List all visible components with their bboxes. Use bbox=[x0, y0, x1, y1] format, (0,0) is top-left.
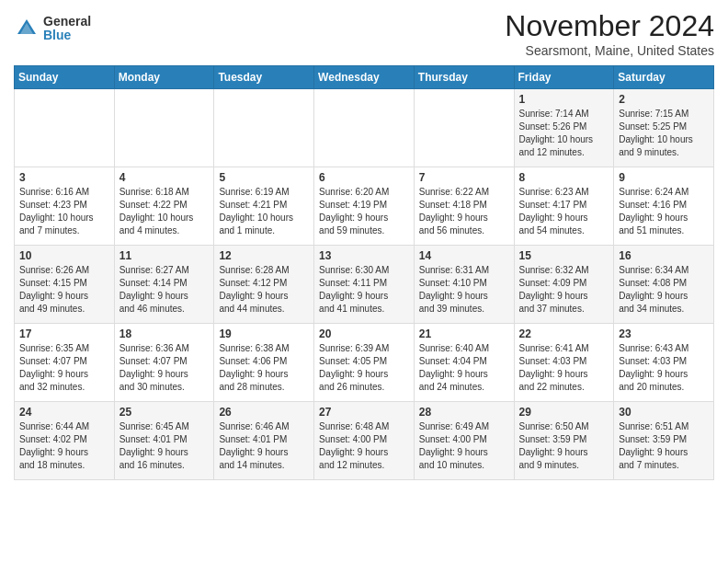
calendar-day-cell: 3Sunrise: 6:16 AM Sunset: 4:23 PM Daylig… bbox=[15, 167, 115, 246]
day-info: Sunrise: 6:16 AM Sunset: 4:23 PM Dayligh… bbox=[19, 186, 109, 237]
calendar-day-cell: 7Sunrise: 6:22 AM Sunset: 4:18 PM Daylig… bbox=[414, 167, 514, 246]
location-subtitle: Searsmont, Maine, United States bbox=[505, 43, 714, 58]
day-number: 19 bbox=[219, 327, 309, 340]
calendar-day-cell: 5Sunrise: 6:19 AM Sunset: 4:21 PM Daylig… bbox=[214, 167, 314, 246]
day-number: 13 bbox=[319, 249, 409, 262]
day-number: 30 bbox=[619, 406, 709, 419]
day-info: Sunrise: 6:49 AM Sunset: 4:00 PM Dayligh… bbox=[419, 420, 509, 472]
day-info: Sunrise: 6:40 AM Sunset: 4:04 PM Dayligh… bbox=[419, 342, 509, 394]
day-number: 10 bbox=[19, 249, 109, 262]
day-number: 14 bbox=[419, 249, 509, 262]
weekday-header: Tuesday bbox=[214, 66, 314, 89]
weekday-header: Friday bbox=[514, 66, 614, 89]
weekday-header: Saturday bbox=[614, 66, 714, 89]
logo-icon bbox=[14, 16, 40, 41]
day-number: 8 bbox=[519, 171, 609, 184]
day-info: Sunrise: 6:51 AM Sunset: 3:59 PM Dayligh… bbox=[619, 420, 709, 472]
day-info: Sunrise: 6:18 AM Sunset: 4:22 PM Dayligh… bbox=[119, 186, 210, 237]
day-number: 9 bbox=[619, 171, 709, 184]
day-info: Sunrise: 6:31 AM Sunset: 4:10 PM Dayligh… bbox=[419, 264, 509, 316]
day-info: Sunrise: 6:19 AM Sunset: 4:21 PM Dayligh… bbox=[219, 186, 309, 237]
logo-blue: Blue bbox=[43, 29, 91, 42]
calendar-day-cell bbox=[114, 89, 214, 167]
calendar-day-cell: 20Sunrise: 6:39 AM Sunset: 4:05 PM Dayli… bbox=[314, 324, 415, 402]
day-info: Sunrise: 6:43 AM Sunset: 4:03 PM Dayligh… bbox=[619, 342, 709, 394]
calendar-day-cell: 30Sunrise: 6:51 AM Sunset: 3:59 PM Dayli… bbox=[614, 402, 714, 480]
calendar-day-cell: 1Sunrise: 7:14 AM Sunset: 5:26 PM Daylig… bbox=[514, 89, 614, 167]
day-number: 4 bbox=[119, 171, 210, 184]
day-number: 29 bbox=[519, 406, 609, 419]
calendar-day-cell bbox=[314, 89, 415, 167]
day-number: 24 bbox=[19, 406, 109, 419]
day-info: Sunrise: 6:50 AM Sunset: 3:59 PM Dayligh… bbox=[519, 420, 609, 472]
day-info: Sunrise: 6:20 AM Sunset: 4:19 PM Dayligh… bbox=[319, 186, 409, 237]
weekday-header: Sunday bbox=[15, 66, 115, 89]
day-number: 6 bbox=[319, 171, 409, 184]
day-info: Sunrise: 6:27 AM Sunset: 4:14 PM Dayligh… bbox=[119, 264, 210, 316]
day-info: Sunrise: 6:44 AM Sunset: 4:02 PM Dayligh… bbox=[19, 420, 109, 472]
calendar-day-cell: 10Sunrise: 6:26 AM Sunset: 4:15 PM Dayli… bbox=[15, 246, 115, 324]
calendar-day-cell: 16Sunrise: 6:34 AM Sunset: 4:08 PM Dayli… bbox=[614, 246, 714, 324]
day-number: 15 bbox=[519, 249, 609, 262]
day-number: 22 bbox=[519, 327, 609, 340]
day-info: Sunrise: 7:15 AM Sunset: 5:25 PM Dayligh… bbox=[619, 108, 709, 159]
calendar-day-cell: 19Sunrise: 6:38 AM Sunset: 4:06 PM Dayli… bbox=[214, 324, 314, 402]
day-info: Sunrise: 6:39 AM Sunset: 4:05 PM Dayligh… bbox=[319, 342, 409, 394]
day-info: Sunrise: 6:23 AM Sunset: 4:17 PM Dayligh… bbox=[519, 186, 609, 237]
calendar-day-cell: 28Sunrise: 6:49 AM Sunset: 4:00 PM Dayli… bbox=[414, 402, 514, 480]
calendar-day-cell: 21Sunrise: 6:40 AM Sunset: 4:04 PM Dayli… bbox=[414, 324, 514, 402]
calendar-day-cell: 18Sunrise: 6:36 AM Sunset: 4:07 PM Dayli… bbox=[114, 324, 214, 402]
day-info: Sunrise: 6:26 AM Sunset: 4:15 PM Dayligh… bbox=[19, 264, 109, 316]
title-block: November 2024 Searsmont, Maine, United S… bbox=[505, 9, 714, 58]
day-number: 25 bbox=[119, 406, 210, 419]
calendar-day-cell: 22Sunrise: 6:41 AM Sunset: 4:03 PM Dayli… bbox=[514, 324, 614, 402]
day-number: 5 bbox=[219, 171, 309, 184]
day-number: 3 bbox=[19, 171, 109, 184]
day-info: Sunrise: 6:28 AM Sunset: 4:12 PM Dayligh… bbox=[219, 264, 309, 316]
calendar-day-cell: 15Sunrise: 6:32 AM Sunset: 4:09 PM Dayli… bbox=[514, 246, 614, 324]
calendar-day-cell: 17Sunrise: 6:35 AM Sunset: 4:07 PM Dayli… bbox=[15, 324, 115, 402]
calendar-day-cell bbox=[414, 89, 514, 167]
calendar-day-cell: 6Sunrise: 6:20 AM Sunset: 4:19 PM Daylig… bbox=[314, 167, 415, 246]
calendar-day-cell: 23Sunrise: 6:43 AM Sunset: 4:03 PM Dayli… bbox=[614, 324, 714, 402]
day-info: Sunrise: 6:35 AM Sunset: 4:07 PM Dayligh… bbox=[19, 342, 109, 394]
calendar-day-cell: 2Sunrise: 7:15 AM Sunset: 5:25 PM Daylig… bbox=[614, 89, 714, 167]
month-year-title: November 2024 bbox=[505, 9, 714, 43]
day-info: Sunrise: 6:24 AM Sunset: 4:16 PM Dayligh… bbox=[619, 186, 709, 237]
calendar-day-cell: 14Sunrise: 6:31 AM Sunset: 4:10 PM Dayli… bbox=[414, 246, 514, 324]
calendar-table: SundayMondayTuesdayWednesdayThursdayFrid… bbox=[14, 65, 714, 480]
day-number: 16 bbox=[619, 249, 709, 262]
day-number: 28 bbox=[419, 406, 509, 419]
calendar-day-cell: 12Sunrise: 6:28 AM Sunset: 4:12 PM Dayli… bbox=[214, 246, 314, 324]
day-number: 17 bbox=[19, 327, 109, 340]
day-info: Sunrise: 6:46 AM Sunset: 4:01 PM Dayligh… bbox=[219, 420, 309, 472]
calendar-day-cell: 8Sunrise: 6:23 AM Sunset: 4:17 PM Daylig… bbox=[514, 167, 614, 246]
day-number: 26 bbox=[219, 406, 309, 419]
day-number: 23 bbox=[619, 327, 709, 340]
day-info: Sunrise: 6:48 AM Sunset: 4:00 PM Dayligh… bbox=[319, 420, 409, 472]
calendar-week-row: 24Sunrise: 6:44 AM Sunset: 4:02 PM Dayli… bbox=[15, 402, 714, 480]
calendar-day-cell: 11Sunrise: 6:27 AM Sunset: 4:14 PM Dayli… bbox=[114, 246, 214, 324]
day-info: Sunrise: 6:41 AM Sunset: 4:03 PM Dayligh… bbox=[519, 342, 609, 394]
calendar-day-cell: 9Sunrise: 6:24 AM Sunset: 4:16 PM Daylig… bbox=[614, 167, 714, 246]
day-info: Sunrise: 6:34 AM Sunset: 4:08 PM Dayligh… bbox=[619, 264, 709, 316]
day-number: 20 bbox=[319, 327, 409, 340]
calendar-day-cell: 26Sunrise: 6:46 AM Sunset: 4:01 PM Dayli… bbox=[214, 402, 314, 480]
day-info: Sunrise: 6:36 AM Sunset: 4:07 PM Dayligh… bbox=[119, 342, 210, 394]
day-info: Sunrise: 6:32 AM Sunset: 4:09 PM Dayligh… bbox=[519, 264, 609, 316]
day-number: 11 bbox=[119, 249, 210, 262]
calendar-day-cell bbox=[214, 89, 314, 167]
day-info: Sunrise: 6:38 AM Sunset: 4:06 PM Dayligh… bbox=[219, 342, 309, 394]
day-number: 2 bbox=[619, 93, 709, 106]
calendar-day-cell: 25Sunrise: 6:45 AM Sunset: 4:01 PM Dayli… bbox=[114, 402, 214, 480]
calendar-week-row: 1Sunrise: 7:14 AM Sunset: 5:26 PM Daylig… bbox=[15, 89, 714, 167]
day-info: Sunrise: 6:30 AM Sunset: 4:11 PM Dayligh… bbox=[319, 264, 409, 316]
calendar-day-cell: 13Sunrise: 6:30 AM Sunset: 4:11 PM Dayli… bbox=[314, 246, 415, 324]
calendar-week-row: 17Sunrise: 6:35 AM Sunset: 4:07 PM Dayli… bbox=[15, 324, 714, 402]
day-info: Sunrise: 6:22 AM Sunset: 4:18 PM Dayligh… bbox=[419, 186, 509, 237]
calendar-day-cell: 27Sunrise: 6:48 AM Sunset: 4:00 PM Dayli… bbox=[314, 402, 415, 480]
day-number: 7 bbox=[419, 171, 509, 184]
calendar-day-cell: 24Sunrise: 6:44 AM Sunset: 4:02 PM Dayli… bbox=[15, 402, 115, 480]
logo-general: General bbox=[43, 15, 91, 29]
calendar-day-cell: 4Sunrise: 6:18 AM Sunset: 4:22 PM Daylig… bbox=[114, 167, 214, 246]
